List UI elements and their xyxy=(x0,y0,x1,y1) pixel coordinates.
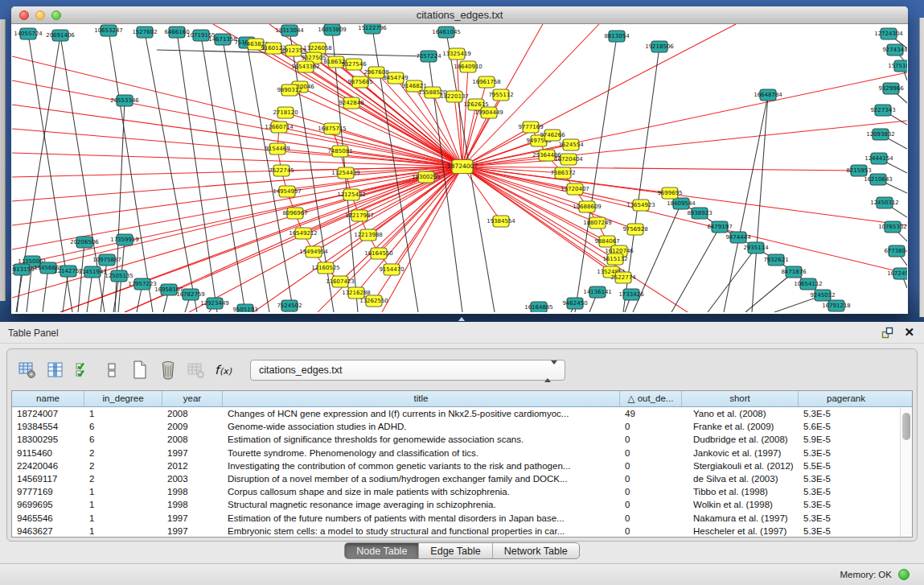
graph-node[interactable]: 9245012 xyxy=(810,290,835,301)
graph-edge[interactable] xyxy=(462,72,907,167)
graph-node[interactable]: 9227343 xyxy=(870,105,895,116)
graph-edge[interactable] xyxy=(12,167,462,298)
window-titlebar[interactable]: citations_edges.txt xyxy=(11,6,908,24)
graph-node[interactable]: 10688609 xyxy=(573,201,602,212)
table-row[interactable]: 1872400712008Changes of HCN gene express… xyxy=(12,407,912,420)
graph-node[interactable]: 10765332 xyxy=(878,221,907,233)
tab-node-table[interactable]: Node Table xyxy=(345,543,418,558)
graph-edge[interactable] xyxy=(17,270,22,312)
graph-edge[interactable] xyxy=(145,32,197,312)
graph-node[interactable]: 12660714 xyxy=(265,122,294,133)
vertical-scrollbar[interactable] xyxy=(900,408,912,537)
graph-edge[interactable] xyxy=(189,167,462,312)
column-header[interactable]: in_degree xyxy=(84,391,162,406)
graph-edge[interactable] xyxy=(724,95,768,312)
graph-node[interactable]: 9699695 xyxy=(657,187,682,199)
table-row[interactable]: 1830029562008Estimation of significance … xyxy=(12,433,912,446)
table-row[interactable]: 911546021997Tourette syndrome. Phenomeno… xyxy=(12,447,912,459)
graph-node[interactable]: 10653247 xyxy=(94,25,123,36)
graph-node[interactable]: 8813054 xyxy=(604,31,630,42)
graph-node[interactable]: 16961758 xyxy=(472,76,501,88)
graph-node[interactable]: 15751074 xyxy=(888,60,907,72)
graph-node[interactable]: 12450312 xyxy=(870,197,899,208)
graph-node[interactable]: 14055724 xyxy=(14,28,43,39)
graph-node[interactable]: 8471876 xyxy=(781,266,807,278)
graph-node[interactable]: 16875715 xyxy=(318,123,347,134)
table-row[interactable]: 1938455462009Genome-wide association stu… xyxy=(12,420,912,433)
delete-table-button[interactable] xyxy=(158,359,179,381)
graph-node[interactable]: 8215953 xyxy=(846,165,871,176)
graph-node[interactable]: 8938923 xyxy=(687,208,712,219)
graph-edge[interactable] xyxy=(462,167,907,274)
graph-node[interactable]: 20553346 xyxy=(110,95,139,106)
table-settings-button[interactable] xyxy=(17,359,38,381)
graph-node[interactable]: 1733426 xyxy=(618,289,644,300)
graph-node[interactable]: 1527602 xyxy=(132,27,157,38)
graph-node[interactable]: 13325419 xyxy=(442,48,471,60)
graph-node[interactable]: 12093832 xyxy=(866,129,895,140)
graph-node[interactable]: 9756928 xyxy=(622,224,647,235)
tab-edge-table[interactable]: Edge Table xyxy=(418,543,491,558)
graph-node[interactable]: 12444154 xyxy=(864,153,893,164)
network-canvas[interactable]: 1405572420691406106532471527602646616010… xyxy=(12,24,907,312)
graph-node[interactable]: 7522745 xyxy=(269,165,294,176)
graph-node[interactable]: 7524502 xyxy=(277,300,302,311)
graph-node[interactable]: 14136141 xyxy=(583,286,612,298)
graph-edge[interactable] xyxy=(101,260,107,312)
graph-edge[interactable] xyxy=(374,167,462,301)
graph-node[interactable]: 14954957 xyxy=(273,186,302,197)
delete-table-disabled-button[interactable] xyxy=(186,359,207,381)
graph-node[interactable]: 19218506 xyxy=(645,41,674,52)
graph-node[interactable]: 2935114 xyxy=(743,242,769,253)
row-height-button[interactable] xyxy=(101,359,122,381)
graph-edge[interactable] xyxy=(351,103,462,167)
graph-node[interactable]: 6773804 xyxy=(884,245,907,257)
graph-node[interactable]: 7955112 xyxy=(488,89,513,101)
graph-node[interactable]: 20691406 xyxy=(46,30,75,41)
table-row[interactable]: 969969511998Structural magnetic resonanc… xyxy=(12,498,912,511)
select-rows-button[interactable] xyxy=(73,359,94,381)
graph-node[interactable]: 13654923 xyxy=(626,200,655,211)
graph-node[interactable]: 8096967 xyxy=(282,208,307,219)
table-row[interactable]: 946554611997Estimation of the future num… xyxy=(12,512,912,525)
graph-edge[interactable] xyxy=(671,227,720,312)
scrollbar-thumb[interactable] xyxy=(902,413,910,440)
graph-node[interactable]: 9329966 xyxy=(878,83,904,94)
graph-edge[interactable] xyxy=(318,167,462,312)
column-header[interactable]: pagerank xyxy=(799,391,893,406)
graph-node[interactable]: 2718120 xyxy=(273,107,298,118)
graph-node[interactable]: 6466160 xyxy=(164,27,189,38)
float-panel-icon[interactable] xyxy=(881,327,893,339)
graph-node[interactable]: 16053809 xyxy=(318,24,347,35)
graph-node[interactable]: 16164550 xyxy=(364,248,393,259)
column-header[interactable]: △ out_de... xyxy=(620,391,682,406)
close-panel-icon[interactable]: ✕ xyxy=(904,325,914,340)
graph-edge[interactable] xyxy=(201,35,245,312)
graph-node[interactable]: 12724304 xyxy=(874,28,903,39)
graph-node[interactable]: 15122796 xyxy=(358,24,387,34)
graph-node[interactable]: 12505135 xyxy=(105,270,133,282)
graph-node[interactable]: 9154469 xyxy=(265,143,290,154)
graph-node[interactable]: 16791218 xyxy=(822,300,851,311)
create-table-button[interactable] xyxy=(129,359,150,381)
column-header[interactable]: short xyxy=(682,391,799,406)
graph-node[interactable]: 16210643 xyxy=(864,174,893,185)
graph-node[interactable]: 7386372 xyxy=(550,167,575,179)
graph-edge[interactable] xyxy=(12,129,462,167)
graph-node[interactable]: 9154470 xyxy=(379,264,404,275)
graph-node[interactable]: 19384554 xyxy=(487,216,515,227)
graph-node[interactable]: 16461045 xyxy=(432,27,461,38)
tab-network-table[interactable]: Network Table xyxy=(492,543,579,558)
graph-node[interactable]: 10654112 xyxy=(794,278,823,290)
table-row[interactable]: 1456911722003Disruption of a novel membe… xyxy=(12,472,912,485)
graph-node[interactable]: 9274348 xyxy=(882,44,907,56)
table-row[interactable]: 946362711997Embryonic stem cells: a mode… xyxy=(12,525,912,538)
graph-edge[interactable] xyxy=(708,248,756,312)
graph-node[interactable]: 9242848 xyxy=(339,97,363,109)
graph-node[interactable]: 9777169 xyxy=(518,122,543,133)
graph-node[interactable]: 9462450 xyxy=(562,298,587,309)
graph-node[interactable]: 12923449 xyxy=(200,298,229,309)
column-header[interactable]: year xyxy=(162,391,223,406)
graph-edge[interactable] xyxy=(247,43,294,312)
graph-node[interactable]: 11607423 xyxy=(326,276,355,287)
